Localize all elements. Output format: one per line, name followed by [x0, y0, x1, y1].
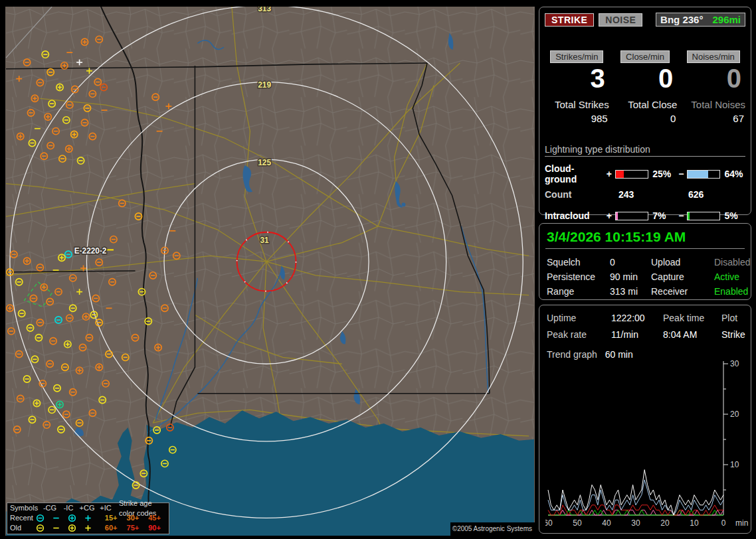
age-60: 60+ — [104, 523, 126, 533]
cg-neg-percent: 64% — [722, 169, 745, 179]
ring-label-125: 125 — [258, 158, 271, 167]
peak-rate-value: 11/min — [611, 329, 663, 340]
side-panel: STRIKE NOISE Bng 236° 296mi Strikes/min … — [539, 0, 753, 539]
cloud-ground-label: Cloud-ground — [545, 163, 605, 185]
datetime-display: 3/4/2026 10:15:19 AM — [545, 228, 745, 249]
trend-series-ic_neg — [548, 510, 723, 515]
total-noises-value: 67 — [733, 113, 745, 124]
counters-panel: STRIKE NOISE Bng 236° 296mi Strikes/min … — [539, 7, 751, 215]
ic-pos-old-icon — [84, 524, 100, 532]
upload-label: Upload — [651, 257, 714, 268]
cg-neg-old-icon — [36, 524, 52, 532]
ic-pos-percent: 7% — [650, 210, 677, 221]
ic-neg-old-icon — [52, 524, 68, 532]
plus-sign: + — [605, 169, 613, 179]
plot-value: Strike — [721, 329, 745, 340]
legend-col-cg-neg: -CG — [41, 503, 59, 513]
age-15: 15+ — [104, 513, 126, 523]
plot-label: Plot — [721, 313, 745, 323]
ic-neg-recent-icon — [52, 514, 68, 522]
total-close-value: 0 — [670, 113, 677, 124]
receiver-status: Enabled — [714, 286, 750, 297]
y-tick-label: 10 — [730, 460, 739, 469]
lightning-map[interactable]: 31321912531 E-2220-2 Symbols -CG -IC +CG… — [5, 7, 535, 536]
capture-status: Active — [714, 271, 750, 282]
capture-label: Capture — [651, 271, 714, 282]
mode-button-row: STRIKE NOISE Bng 236° 296mi — [545, 13, 745, 27]
upload-status: Disabled — [714, 257, 750, 268]
age-30: 30+ — [126, 513, 147, 523]
ring-label-313: 313 — [258, 7, 271, 13]
cg-pos-old-icon — [68, 524, 84, 532]
legend-old-row: Old 60+ 75+ 90+ — [7, 523, 169, 533]
strikes-per-min-value: 3 — [590, 63, 609, 94]
x-tick-label: 10 — [690, 518, 699, 528]
rate-counters: Strikes/min 3 Total Strikes 985 Close/mi… — [545, 50, 745, 124]
cg-pos-count: 243 — [618, 189, 688, 200]
count-label: Count — [545, 189, 618, 200]
age-45: 45+ — [147, 513, 169, 523]
cloud-ground-row: Cloud-ground + 25% − 64% — [545, 163, 745, 185]
map-canvas: 31321912531 E-2220-2 — [5, 7, 535, 536]
noises-per-min-value: 0 — [727, 63, 745, 94]
ring-label-31: 31 — [260, 236, 270, 245]
ic-pos-recent-icon — [84, 514, 100, 522]
x-tick-label: 20 — [660, 518, 670, 528]
minus-sign: − — [677, 169, 685, 179]
legend-old-label: Old — [7, 523, 36, 533]
bearing-readout: Bng 236° 296mi — [656, 13, 745, 27]
legend-recent-row: Recent 15+ 30+ 45+ — [7, 513, 169, 523]
legend-col-ic-pos: +IC — [96, 503, 115, 513]
x-tick-label: 60 — [545, 518, 553, 528]
cg-neg-bar — [687, 170, 720, 179]
persistence-label: Persistence — [547, 271, 610, 282]
total-close-label: Total Close — [628, 99, 677, 110]
total-strikes-value: 985 — [591, 113, 609, 124]
y-tick-label: 30 — [730, 359, 739, 368]
intracloud-row: Intracloud + 7% − 5% — [545, 210, 745, 221]
persistence-value: 90 min — [610, 271, 651, 282]
strike-mode-button[interactable]: STRIKE — [545, 13, 594, 27]
squelch-label: Squelch — [547, 257, 610, 268]
cloud-ground-count-row: Count 243 626 — [545, 189, 745, 200]
legend-col-ic-neg: -IC — [59, 503, 78, 513]
x-tick-label: 30 — [631, 518, 640, 528]
range-label: Range — [547, 286, 610, 297]
range-value: 313 mi — [610, 286, 651, 297]
legend-symbols-header: Symbols — [7, 503, 41, 513]
cg-pos-percent: 25% — [650, 169, 677, 179]
total-noises-label: Total Noises — [691, 99, 745, 110]
storm-cell-label: E-2220-2 — [74, 246, 107, 256]
ring-label-219: 219 — [258, 80, 271, 90]
minus-sign: − — [677, 210, 685, 221]
x-tick-label: 50 — [573, 518, 582, 528]
total-strikes-label: Total Strikes — [555, 99, 609, 110]
close-per-min-chip[interactable]: Close/min — [620, 50, 670, 63]
distance-value: 296mi — [712, 14, 741, 25]
cg-pos-bar — [615, 170, 648, 179]
strikes-counter-column: Strikes/min 3 Total Strikes 985 — [545, 50, 609, 124]
distribution-title: Lightning type distribution — [545, 144, 745, 157]
trend-panel: Uptime 1222:00 Peak time Plot Peak rate … — [539, 305, 751, 534]
uptime-grid: Uptime 1222:00 Peak time Plot Peak rate … — [545, 311, 745, 340]
noise-mode-button[interactable]: NOISE — [599, 13, 642, 27]
trend-series-total — [548, 470, 723, 515]
uptime-value: 1222:00 — [611, 313, 663, 323]
copyright-notice: ©2005 Astrogenic Systems — [450, 522, 535, 536]
uptime-label: Uptime — [547, 313, 611, 323]
cg-neg-count: 626 — [688, 189, 741, 200]
noises-per-min-chip[interactable]: Noises/min — [687, 50, 740, 63]
legend-col-cg-pos: +CG — [78, 503, 96, 513]
bearing-value: Bng 236° — [660, 14, 703, 25]
ic-neg-bar — [687, 212, 720, 220]
storm-cell-id-text: E-2220-2 — [74, 246, 107, 256]
y-tick-label: 20 — [730, 410, 739, 419]
age-75: 75+ — [126, 523, 147, 533]
trend-chart: 1020306050403020100min — [545, 354, 749, 531]
x-tick-label: 0 — [721, 518, 726, 528]
peak-time-label: Peak time — [663, 313, 721, 323]
close-counter-column: Close/min 0 Total Close 0 — [613, 50, 678, 124]
legend-recent-label: Recent — [7, 513, 36, 523]
strikes-per-min-chip[interactable]: Strikes/min — [550, 50, 603, 63]
x-tick-label: 40 — [602, 518, 611, 528]
